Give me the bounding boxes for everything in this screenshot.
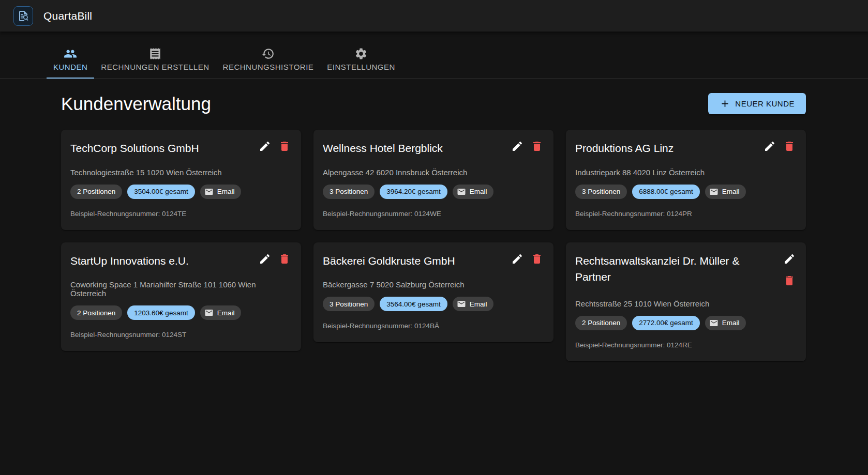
invoice-number-note: Beispiel-Rechnungsnummer: 0124PR — [575, 210, 797, 218]
trash-icon — [783, 140, 796, 152]
tab-rechnungen-erstellen[interactable]: RECHNUNGEN ERSTELLEN — [94, 41, 216, 78]
customer-name: Produktions AG Linz — [575, 139, 758, 157]
receipt-icon — [148, 47, 162, 60]
email-chip[interactable]: Email — [200, 185, 242, 199]
email-chip[interactable]: Email — [705, 316, 746, 330]
email-chip[interactable]: Email — [453, 297, 494, 311]
positions-badge: 2 Positionen — [575, 316, 627, 330]
card-actions — [258, 139, 292, 154]
history-icon — [261, 47, 275, 60]
email-chip-label: Email — [217, 309, 235, 317]
main-content: Kundenverwaltung NEUER KUNDE TechCorp So… — [0, 79, 868, 361]
edit-customer-button[interactable] — [762, 139, 777, 154]
delete-customer-button[interactable] — [277, 139, 292, 154]
tab-label: KUNDEN — [53, 63, 87, 71]
customer-card: Rechtsanwaltskanzlei Dr. Müller & Partne… — [566, 242, 806, 361]
tab-einstellungen[interactable]: EINSTELLUNGEN — [320, 41, 402, 78]
tab-label: EINSTELLUNGEN — [327, 63, 395, 71]
delete-customer-button[interactable] — [782, 139, 797, 154]
tab-rechnungshistorie[interactable]: RECHNUNGSHISTORIE — [216, 41, 321, 78]
email-icon — [709, 318, 719, 328]
edit-customer-button[interactable] — [782, 252, 797, 266]
invoice-magnifier-icon — [17, 10, 29, 22]
email-chip[interactable]: Email — [705, 185, 746, 199]
customer-address: Rechtsstraße 25 1010 Wien Österreich — [575, 299, 797, 308]
email-icon — [204, 187, 214, 196]
tab-label: RECHNUNGSHISTORIE — [223, 63, 314, 71]
email-chip-label: Email — [470, 300, 487, 308]
email-icon — [457, 299, 466, 309]
gear-icon — [354, 47, 368, 60]
invoice-number-note: Beispiel-Rechnungsnummer: 0124BÄ — [323, 322, 544, 330]
edit-customer-button[interactable] — [258, 139, 272, 154]
customer-address: Bäckergasse 7 5020 Salzburg Österreich — [323, 280, 544, 289]
trash-icon — [278, 140, 291, 152]
email-chip-label: Email — [722, 319, 740, 327]
email-chip-label: Email — [217, 188, 235, 195]
badge-row: 3 Positionen 6888.00€ gesamt Email — [575, 185, 797, 199]
delete-customer-button[interactable] — [277, 252, 292, 266]
total-badge: 2772.00€ gesamt — [632, 316, 699, 330]
page-header: Kundenverwaltung NEUER KUNDE — [61, 93, 806, 114]
total-badge: 3964.20€ gesamt — [380, 185, 447, 199]
email-chip-label: Email — [470, 188, 487, 195]
tab-label: RECHNUNGEN ERSTELLEN — [101, 63, 209, 71]
customer-card: Wellness Hotel Bergblick Alpengasse 42 6… — [313, 130, 553, 230]
trash-icon — [783, 274, 796, 287]
customer-name: Wellness Hotel Bergblick — [323, 139, 506, 157]
total-badge: 6888.00€ gesamt — [632, 185, 699, 199]
email-chip-label: Email — [722, 188, 740, 195]
card-actions — [510, 252, 544, 266]
app-title: QuartaBill — [43, 10, 92, 22]
positions-badge: 2 Positionen — [70, 185, 122, 199]
delete-customer-button[interactable] — [530, 139, 544, 154]
email-chip[interactable]: Email — [453, 185, 494, 199]
badge-row: 2 Positionen 2772.00€ gesamt Email — [575, 316, 797, 330]
customer-card: Bäckerei Goldkruste GmbH Bäckergasse 7 5… — [313, 242, 553, 343]
main-tabs: KUNDEN RECHNUNGEN ERSTELLEN RECHNUNGSHIS… — [0, 41, 868, 79]
badge-row: 3 Positionen 3564.00€ gesamt Email — [323, 297, 544, 311]
invoice-number-note: Beispiel-Rechnungsnummer: 0124ST — [70, 331, 292, 339]
trash-icon — [531, 140, 543, 152]
email-icon — [709, 187, 719, 196]
email-chip[interactable]: Email — [200, 305, 242, 320]
customer-card: Produktions AG Linz Industriepark 88 402… — [566, 130, 806, 230]
page-title: Kundenverwaltung — [61, 94, 211, 114]
edit-customer-button[interactable] — [510, 139, 525, 154]
pencil-icon — [764, 140, 776, 152]
delete-customer-button[interactable] — [530, 252, 544, 266]
email-icon — [204, 308, 214, 317]
total-badge: 3504.00€ gesamt — [127, 185, 194, 199]
total-badge: 3564.00€ gesamt — [380, 297, 447, 311]
appbar: QuartaBill — [0, 0, 868, 32]
badge-row: 2 Positionen 1203.60€ gesamt Email — [70, 305, 292, 320]
badge-row: 2 Positionen 3504.00€ gesamt Email — [70, 185, 292, 199]
invoice-number-note: Beispiel-Rechnungsnummer: 0124TE — [70, 210, 292, 218]
customer-card: StartUp Innovations e.U. Coworking Space… — [61, 242, 301, 351]
app-logo — [13, 6, 33, 26]
customer-address: Coworking Space 1 Mariahilfer Straße 101… — [70, 280, 292, 298]
edit-customer-button[interactable] — [510, 252, 525, 266]
customer-grid: TechCorp Solutions GmbH Technologiestraß… — [61, 130, 806, 361]
people-icon — [64, 47, 77, 60]
pencil-icon — [783, 253, 796, 265]
customer-card: TechCorp Solutions GmbH Technologiestraß… — [61, 130, 301, 230]
customer-name: TechCorp Solutions GmbH — [70, 139, 253, 157]
new-customer-button[interactable]: NEUER KUNDE — [708, 93, 806, 114]
plus-icon — [720, 98, 730, 109]
tab-kunden[interactable]: KUNDEN — [47, 41, 94, 78]
trash-icon — [531, 253, 543, 265]
pencil-icon — [259, 140, 271, 152]
customer-name: Bäckerei Goldkruste GmbH — [323, 252, 506, 269]
card-actions — [762, 139, 797, 154]
edit-customer-button[interactable] — [258, 252, 272, 266]
positions-badge: 2 Positionen — [70, 305, 122, 320]
delete-customer-button[interactable] — [782, 273, 797, 288]
customer-name: Rechtsanwaltskanzlei Dr. Müller & Partne… — [575, 252, 778, 285]
pencil-icon — [511, 253, 523, 265]
positions-badge: 3 Positionen — [323, 297, 375, 311]
customer-address: Alpengasse 42 6020 Innsbruck Österreich — [323, 168, 544, 177]
pencil-icon — [511, 140, 523, 152]
invoice-number-note: Beispiel-Rechnungsnummer: 0124WE — [323, 210, 544, 218]
invoice-number-note: Beispiel-Rechnungsnummer: 0124RE — [575, 341, 797, 349]
